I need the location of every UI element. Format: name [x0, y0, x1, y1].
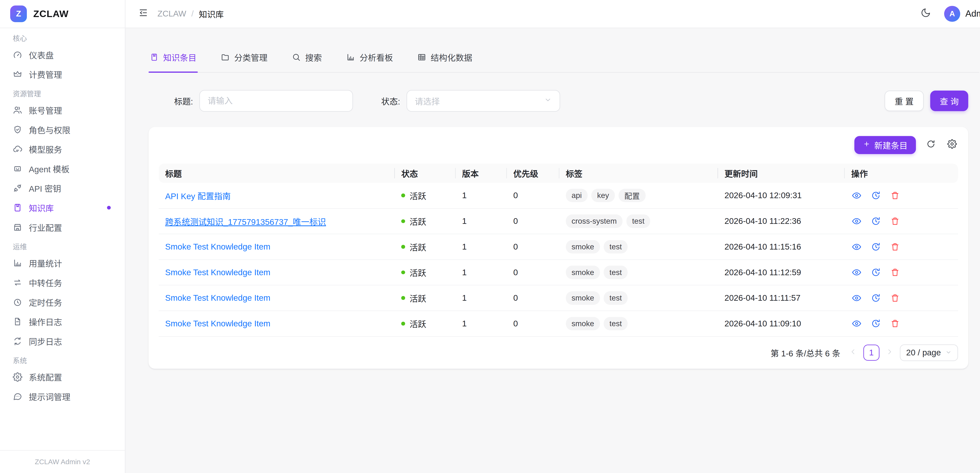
title-filter-input[interactable] — [199, 90, 353, 112]
history-icon — [871, 217, 881, 226]
view-button[interactable] — [851, 190, 862, 201]
version-cell: 1 — [456, 209, 507, 234]
actions-cell — [851, 241, 952, 252]
sidebar-item-models[interactable]: 模型服务 — [8, 140, 117, 158]
row-title-link[interactable]: Smoke Test Knowledge Item — [165, 242, 270, 251]
page-number-button[interactable]: 1 — [863, 345, 880, 361]
row-title-link[interactable]: API Key 配置指南 — [165, 192, 231, 201]
table-settings-button[interactable] — [946, 138, 958, 152]
view-button[interactable] — [851, 267, 862, 278]
sidebar-item-label: 系统配置 — [29, 371, 62, 383]
status-cell: 活跃 — [401, 266, 449, 278]
row-title-link[interactable]: Smoke Test Knowledge Item — [165, 293, 270, 303]
delete-button[interactable] — [889, 190, 900, 201]
sidebar-nav: 核心仪表盘计费管理资源管理账号管理角色与权限模型服务Agent 模板API 密钥… — [0, 28, 125, 450]
tag-pill: cross-system — [566, 215, 622, 228]
sidebar-item-knowledge-base[interactable]: 知识库 — [8, 198, 117, 217]
sidebar-item-operation-logs[interactable]: 操作日志 — [8, 312, 117, 331]
sidebar-item-cron-tasks[interactable]: 定时任务 — [8, 293, 117, 312]
delete-button[interactable] — [889, 267, 900, 278]
history-icon — [871, 293, 881, 303]
row-title-link[interactable]: Smoke Test Knowledge Item — [165, 268, 270, 277]
user-menu[interactable]: A Admin — [944, 6, 980, 22]
sidebar-item-usage-stats[interactable]: 用量统计 — [8, 254, 117, 272]
delete-button[interactable] — [889, 241, 900, 252]
tab-category-management[interactable]: 分类管理 — [220, 51, 269, 72]
view-button[interactable] — [851, 318, 862, 329]
tag-pill: api — [566, 189, 588, 202]
sidebar-item-roles[interactable]: 角色与权限 — [8, 120, 117, 139]
tab-label: 分析看板 — [360, 51, 393, 63]
tab-structured-data[interactable]: 结构化数据 — [416, 51, 474, 72]
tag-pill: smoke — [566, 291, 600, 305]
delete-icon — [890, 242, 900, 252]
new-item-button[interactable]: 新建条目 — [854, 136, 916, 154]
reset-button[interactable]: 重 置 — [885, 91, 924, 111]
view-icon — [852, 217, 861, 226]
breadcrumb-current: 知识库 — [199, 8, 224, 20]
gear-icon — [947, 139, 957, 151]
sidebar-item-relay-tasks[interactable]: 中转任务 — [8, 273, 117, 292]
view-button[interactable] — [851, 216, 862, 226]
breadcrumb-root[interactable]: ZCLAW — [158, 9, 186, 18]
history-button[interactable] — [870, 267, 881, 278]
sidebar-item-dashboard[interactable]: 仪表盘 — [8, 46, 117, 64]
status-text: 活跃 — [410, 266, 426, 278]
tab-analytics-board[interactable]: 分析看板 — [345, 51, 394, 72]
refresh-button[interactable] — [925, 138, 937, 152]
nav-section-label: 系统 — [13, 357, 112, 365]
tab-label: 结构化数据 — [431, 51, 472, 63]
view-button[interactable] — [851, 293, 862, 303]
history-icon — [871, 191, 881, 200]
sidebar-item-prompt-management[interactable]: 提示词管理 — [8, 387, 117, 406]
view-button[interactable] — [851, 241, 862, 252]
view-icon — [852, 268, 861, 277]
sidebar-item-api-keys[interactable]: API 密钥 — [8, 179, 117, 197]
sidebar-item-sync-logs[interactable]: 同步日志 — [8, 332, 117, 350]
delete-button[interactable] — [889, 318, 900, 329]
history-button[interactable] — [870, 241, 881, 252]
sidebar-collapse-button[interactable] — [137, 6, 150, 21]
sidebar-item-system-config[interactable]: 系统配置 — [8, 368, 117, 386]
tab-search[interactable]: 搜索 — [291, 51, 323, 72]
history-button[interactable] — [870, 190, 881, 201]
column-header: 操作 — [845, 164, 958, 183]
version-cell: 1 — [456, 311, 507, 336]
tags-cell: smoketest — [566, 240, 712, 254]
breadcrumb: ZCLAW / 知识库 — [158, 8, 224, 20]
history-button[interactable] — [870, 318, 881, 329]
sidebar-item-accounts[interactable]: 账号管理 — [8, 101, 117, 119]
history-button[interactable] — [870, 216, 881, 226]
plus-icon — [863, 140, 870, 150]
delete-button[interactable] — [889, 216, 900, 226]
sidebar-item-billing[interactable]: 计费管理 — [8, 65, 117, 83]
filter-status: 状态: 请选择 — [381, 90, 560, 112]
swap-icon — [13, 278, 22, 287]
history-button[interactable] — [870, 293, 881, 303]
delete-button[interactable] — [889, 293, 900, 303]
status-filter-select[interactable]: 请选择 — [407, 90, 560, 112]
folder-icon — [221, 53, 230, 62]
sidebar-item-agent-templates[interactable]: Agent 模板 — [8, 159, 117, 178]
prev-page-button[interactable] — [848, 347, 858, 359]
timer-icon — [13, 297, 22, 307]
delete-icon — [890, 319, 900, 328]
table-row: Smoke Test Knowledge Item活跃10smoketest20… — [159, 260, 958, 285]
row-title-link[interactable]: Smoke Test Knowledge Item — [165, 319, 270, 328]
sidebar-item-label: 用量统计 — [29, 257, 62, 269]
delete-icon — [890, 268, 900, 277]
sidebar-logo: Z ZCLAW — [0, 0, 125, 28]
tab-knowledge-items[interactable]: 知识条目 — [149, 51, 198, 72]
page-size-select[interactable]: 20 / page — [900, 344, 958, 361]
search-button[interactable]: 查 询 — [930, 91, 969, 111]
updated-cell: 2026-04-10 11:11:57 — [718, 285, 845, 311]
sidebar-item-industry-config[interactable]: 行业配置 — [8, 218, 117, 237]
tag-pill: key — [591, 189, 615, 202]
chart-icon — [13, 258, 22, 268]
next-page-button[interactable] — [885, 347, 895, 359]
updated-cell: 2026-04-10 11:12:59 — [718, 260, 845, 285]
moon-icon — [921, 8, 931, 20]
dark-mode-toggle[interactable] — [919, 6, 932, 21]
row-title-link[interactable]: 跨系统测试知识_1775791356737_唯一标识 — [165, 217, 326, 226]
table-row: Smoke Test Knowledge Item活跃10smoketest20… — [159, 311, 958, 336]
